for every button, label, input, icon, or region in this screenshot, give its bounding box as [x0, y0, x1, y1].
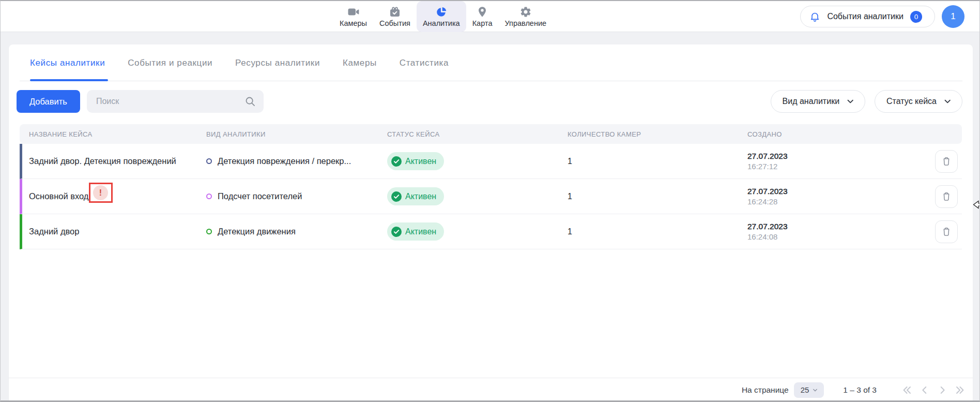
tab-analytics-resources[interactable]: Ресурсы аналитики	[235, 44, 323, 81]
camera-count: 1	[568, 157, 747, 166]
nav-label: Камеры	[340, 19, 367, 27]
nav-item-events[interactable]: События	[373, 1, 417, 32]
col-case-name: НАЗВАНИЕ КЕЙСА	[20, 130, 206, 138]
col-analytics-type: ВИД АНАЛИТИКИ	[206, 130, 387, 138]
case-status-filter[interactable]: Статус кейса	[875, 90, 962, 113]
col-created: СОЗДАНО	[747, 130, 931, 138]
next-page-button[interactable]	[937, 384, 948, 396]
col-case-status: СТАТУС КЕЙСА	[387, 130, 568, 138]
table-row[interactable]: Задний двор. Детекция повреждений Детекц…	[20, 144, 962, 179]
delete-button[interactable]	[935, 185, 958, 208]
last-page-button[interactable]	[954, 384, 966, 396]
first-page-button[interactable]	[901, 384, 913, 396]
error-annotation: !	[89, 183, 113, 203]
created-time: 16:24:28	[747, 197, 931, 206]
chevron-down-icon	[943, 97, 952, 106]
check-circle-icon	[391, 156, 402, 167]
camera-count: 1	[568, 227, 747, 236]
tabs-divider	[20, 81, 962, 81]
nav-label: Аналитика	[423, 19, 460, 27]
chevron-down-icon	[846, 97, 855, 106]
user-avatar[interactable]: 1	[942, 5, 964, 28]
tab-events-reactions[interactable]: События и реакции	[128, 44, 216, 81]
events-calendar-icon	[389, 6, 401, 18]
status-badge: Активен	[387, 187, 444, 205]
search-icon	[244, 96, 256, 109]
delete-button[interactable]	[935, 150, 958, 173]
main-nav: Камеры События Аналитика Карта	[333, 1, 553, 32]
created-time: 16:27:12	[747, 162, 931, 171]
map-pin-icon	[476, 6, 488, 18]
content-card: Кейсы аналитики События и реакции Ресурс…	[9, 44, 973, 401]
case-name: Задний двор	[29, 227, 79, 236]
analytics-type: Детекция повреждения / перекр...	[218, 156, 351, 166]
add-button[interactable]: Добавить	[17, 90, 80, 113]
per-page-select[interactable]: 25	[794, 382, 824, 398]
pagination-controls	[901, 384, 966, 396]
table-row[interactable]: Основной вход ! Подсчет посетителей Акти…	[20, 179, 962, 214]
tab-cameras[interactable]: Камеры	[343, 44, 380, 81]
delete-button[interactable]	[935, 220, 958, 243]
cases-table: НАЗВАНИЕ КЕЙСА ВИД АНАЛИТИКИ СТАТУС КЕЙС…	[20, 124, 962, 249]
nav-label: Карта	[472, 19, 493, 27]
camera-count: 1	[568, 192, 747, 201]
table-header: НАЗВАНИЕ КЕЙСА ВИД АНАЛИТИКИ СТАТУС КЕЙС…	[20, 124, 962, 144]
table-row[interactable]: Задний двор Детекция движения Активен 1 …	[20, 214, 962, 249]
created-date: 27.07.2023	[747, 152, 931, 161]
pagination-footer: На странице 25 1 – 3 of 3	[9, 378, 973, 401]
double-chevron-right-icon	[954, 384, 966, 396]
nav-label: События	[379, 19, 410, 27]
status-badge: Активен	[387, 152, 444, 170]
analytics-type-ring	[206, 193, 212, 199]
analytics-type-ring	[206, 158, 212, 164]
case-name: Задний двор. Детекция повреждений	[29, 156, 176, 166]
analytics-type: Подсчет посетителей	[218, 191, 302, 201]
prev-page-button[interactable]	[919, 384, 930, 396]
check-circle-icon	[391, 191, 402, 202]
events-button-label: События аналитики	[827, 12, 904, 21]
case-name: Основной вход	[29, 191, 89, 201]
topbar-right: События аналитики 0 1	[800, 5, 964, 28]
col-camera-count: КОЛИЧЕСТВО КАМЕР	[568, 130, 747, 138]
page-range: 1 – 3 of 3	[843, 385, 877, 395]
chevron-down-icon	[811, 386, 819, 394]
nav-item-cameras[interactable]: Камеры	[333, 1, 373, 32]
camera-icon	[347, 6, 360, 18]
analytics-type-filter[interactable]: Вид аналитики	[771, 90, 866, 113]
nav-item-analytics[interactable]: Аналитика	[417, 1, 466, 32]
analytics-type-ring	[206, 229, 212, 234]
status-badge: Активен	[387, 222, 444, 241]
nav-item-settings[interactable]: Управление	[498, 1, 553, 32]
bell-icon	[809, 11, 820, 22]
analytics-pie-icon	[435, 6, 448, 18]
created-date: 27.07.2023	[747, 187, 931, 196]
error-icon: !	[93, 185, 108, 200]
nav-item-map[interactable]: Карта	[466, 1, 499, 32]
chevron-right-icon	[937, 384, 948, 396]
double-chevron-left-icon	[901, 384, 913, 396]
analytics-type: Детекция движения	[218, 227, 296, 236]
events-count-badge: 0	[910, 11, 922, 23]
trash-icon	[941, 191, 952, 202]
trash-icon	[941, 156, 952, 167]
tabs-bar: Кейсы аналитики События и реакции Ресурс…	[9, 44, 973, 81]
created-date: 27.07.2023	[747, 222, 931, 231]
check-circle-icon	[391, 227, 402, 237]
search-box	[87, 90, 264, 113]
nav-label: Управление	[504, 19, 546, 27]
analytics-events-button[interactable]: События аналитики 0	[800, 6, 935, 27]
tab-analytics-cases[interactable]: Кейсы аналитики	[30, 44, 108, 81]
search-input[interactable]	[87, 90, 264, 113]
page-body: Кейсы аналитики События и реакции Ресурс…	[1, 32, 979, 401]
per-page-label: На странице	[742, 385, 789, 395]
chevron-left-icon	[919, 384, 930, 396]
top-navigation-bar: Камеры События Аналитика Карта	[1, 1, 979, 32]
tab-statistics[interactable]: Статистика	[400, 44, 452, 81]
created-time: 16:24:08	[747, 232, 931, 241]
mouse-cursor	[973, 200, 980, 212]
toolbar: Добавить Вид аналитики Статус кейса	[9, 90, 973, 113]
app-window: Камеры События Аналитика Карта	[0, 0, 980, 402]
trash-icon	[941, 227, 952, 237]
gear-icon	[519, 6, 532, 18]
